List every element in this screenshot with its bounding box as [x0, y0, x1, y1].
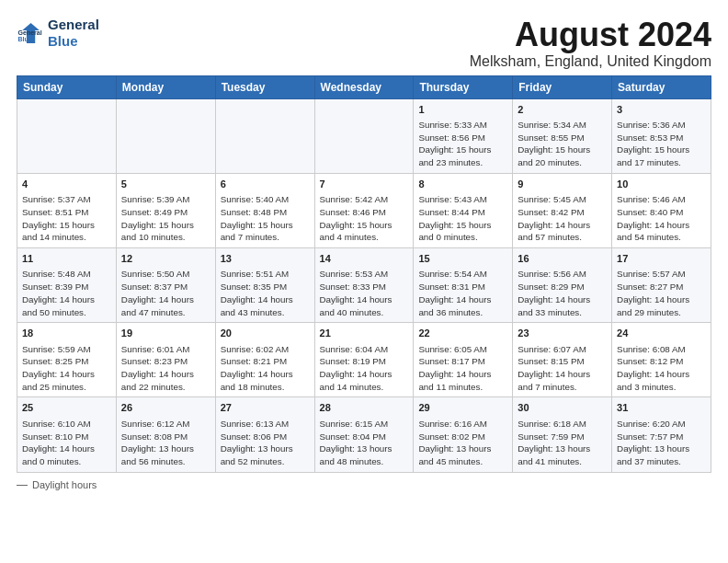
- day-number: 2: [518, 103, 607, 117]
- title-area: August 2024 Melksham, England, United Ki…: [470, 17, 711, 70]
- cell-content: Sunrise: 6:12 AMSunset: 8:08 PMDaylight:…: [121, 418, 210, 468]
- logo: General Blue General Blue: [17, 17, 99, 50]
- cell-content: Sunrise: 5:37 AMSunset: 8:51 PMDaylight:…: [22, 193, 111, 244]
- cell-3-3: 21Sunrise: 6:04 AMSunset: 8:19 PMDayligh…: [314, 323, 414, 397]
- cell-content: Sunrise: 5:50 AMSunset: 8:37 PMDaylight:…: [121, 268, 210, 318]
- cell-1-3: 7Sunrise: 5:42 AMSunset: 8:46 PMDaylight…: [314, 173, 414, 247]
- cell-content: Sunrise: 5:34 AMSunset: 8:55 PMDaylight:…: [518, 119, 607, 169]
- cell-content: Sunrise: 5:53 AMSunset: 8:33 PMDaylight:…: [320, 268, 409, 318]
- cell-3-4: 22Sunrise: 6:05 AMSunset: 8:17 PMDayligh…: [414, 323, 513, 397]
- cell-content: Sunrise: 5:51 AMSunset: 8:35 PMDaylight:…: [221, 268, 310, 318]
- cell-content: Sunrise: 5:57 AMSunset: 8:27 PMDaylight:…: [617, 268, 706, 318]
- cell-content: Sunrise: 6:18 AMSunset: 7:59 PMDaylight:…: [518, 418, 607, 468]
- day-number: 15: [418, 252, 507, 266]
- cell-0-5: 2Sunrise: 5:34 AMSunset: 8:55 PMDaylight…: [513, 98, 612, 173]
- cell-content: Sunrise: 6:05 AMSunset: 8:17 PMDaylight:…: [418, 343, 507, 394]
- cell-1-5: 9Sunrise: 5:45 AMSunset: 8:42 PMDaylight…: [513, 173, 612, 247]
- day-number: 24: [617, 327, 706, 340]
- logo-text-block: General Blue: [48, 17, 99, 50]
- cell-4-0: 25Sunrise: 6:10 AMSunset: 8:10 PMDayligh…: [17, 397, 117, 472]
- cell-4-3: 28Sunrise: 6:15 AMSunset: 8:04 PMDayligh…: [314, 397, 414, 472]
- col-wednesday: Wednesday: [314, 75, 414, 98]
- cell-4-4: 29Sunrise: 6:16 AMSunset: 8:02 PMDayligh…: [414, 397, 513, 472]
- cell-content: Sunrise: 6:20 AMSunset: 7:57 PMDaylight:…: [617, 418, 706, 468]
- calendar-table: Sunday Monday Tuesday Wednesday Thursday…: [17, 75, 711, 473]
- main-title: August 2024: [470, 17, 711, 53]
- week-row-2: 11Sunrise: 5:48 AMSunset: 8:39 PMDayligh…: [17, 248, 711, 323]
- day-number: 28: [320, 401, 409, 415]
- day-number: 13: [221, 252, 310, 266]
- day-number: 5: [121, 178, 210, 191]
- subtitle: Melksham, England, United Kingdom: [470, 53, 711, 70]
- cell-1-1: 5Sunrise: 5:39 AMSunset: 8:49 PMDaylight…: [116, 173, 215, 247]
- week-row-1: 4Sunrise: 5:37 AMSunset: 8:51 PMDaylight…: [17, 173, 711, 247]
- day-number: 30: [518, 401, 607, 415]
- cell-2-1: 12Sunrise: 5:50 AMSunset: 8:37 PMDayligh…: [116, 248, 215, 323]
- cell-3-1: 19Sunrise: 6:01 AMSunset: 8:23 PMDayligh…: [116, 323, 215, 397]
- day-number: 12: [121, 252, 210, 266]
- day-number: 21: [320, 327, 409, 340]
- cell-4-1: 26Sunrise: 6:12 AMSunset: 8:08 PMDayligh…: [116, 397, 215, 472]
- cell-3-0: 18Sunrise: 5:59 AMSunset: 8:25 PMDayligh…: [17, 323, 117, 397]
- cell-content: Sunrise: 5:36 AMSunset: 8:53 PMDaylight:…: [617, 119, 706, 169]
- col-friday: Friday: [513, 75, 612, 98]
- col-saturday: Saturday: [612, 75, 711, 98]
- cell-0-1: [116, 98, 215, 173]
- cell-content: Sunrise: 5:56 AMSunset: 8:29 PMDaylight:…: [518, 268, 607, 318]
- day-number: 8: [418, 178, 507, 191]
- day-number: 7: [320, 178, 409, 191]
- cell-3-6: 24Sunrise: 6:08 AMSunset: 8:12 PMDayligh…: [612, 323, 711, 397]
- cell-content: Sunrise: 6:16 AMSunset: 8:02 PMDaylight:…: [418, 418, 507, 468]
- cell-2-6: 17Sunrise: 5:57 AMSunset: 8:27 PMDayligh…: [612, 248, 711, 323]
- cell-1-2: 6Sunrise: 5:40 AMSunset: 8:48 PMDaylight…: [215, 173, 314, 247]
- cell-4-2: 27Sunrise: 6:13 AMSunset: 8:06 PMDayligh…: [215, 397, 314, 472]
- calendar-body: 1Sunrise: 5:33 AMSunset: 8:56 PMDaylight…: [17, 98, 711, 472]
- cell-1-4: 8Sunrise: 5:43 AMSunset: 8:44 PMDaylight…: [414, 173, 513, 247]
- legend-daylight: — Daylight hours: [17, 478, 97, 491]
- cell-content: Sunrise: 6:10 AMSunset: 8:10 PMDaylight:…: [22, 418, 111, 468]
- day-number: 31: [617, 401, 706, 415]
- svg-text:General: General: [18, 29, 42, 36]
- cell-content: Sunrise: 5:45 AMSunset: 8:42 PMDaylight:…: [518, 193, 607, 244]
- day-number: 19: [121, 327, 210, 340]
- cell-0-0: [17, 98, 117, 173]
- col-monday: Monday: [116, 75, 215, 98]
- col-thursday: Thursday: [414, 75, 513, 98]
- cell-2-5: 16Sunrise: 5:56 AMSunset: 8:29 PMDayligh…: [513, 248, 612, 323]
- day-number: 6: [221, 178, 310, 191]
- col-tuesday: Tuesday: [215, 75, 314, 98]
- legend-dash: —: [17, 478, 28, 491]
- svg-text:Blue: Blue: [18, 36, 32, 42]
- cell-0-3: [314, 98, 414, 173]
- cell-3-2: 20Sunrise: 6:02 AMSunset: 8:21 PMDayligh…: [215, 323, 314, 397]
- day-number: 18: [22, 327, 111, 340]
- day-number: 25: [22, 401, 111, 415]
- week-row-0: 1Sunrise: 5:33 AMSunset: 8:56 PMDaylight…: [17, 98, 711, 173]
- day-number: 16: [518, 252, 607, 266]
- day-number: 27: [221, 401, 310, 415]
- day-number: 29: [418, 401, 507, 415]
- cell-2-3: 14Sunrise: 5:53 AMSunset: 8:33 PMDayligh…: [314, 248, 414, 323]
- cell-0-4: 1Sunrise: 5:33 AMSunset: 8:56 PMDaylight…: [414, 98, 513, 173]
- legend-daylight-label: Daylight hours: [32, 479, 97, 490]
- cell-content: Sunrise: 5:39 AMSunset: 8:49 PMDaylight:…: [121, 193, 210, 244]
- day-number: 22: [418, 327, 507, 340]
- day-number: 9: [518, 178, 607, 191]
- cell-content: Sunrise: 5:33 AMSunset: 8:56 PMDaylight:…: [418, 119, 507, 169]
- cell-content: Sunrise: 6:13 AMSunset: 8:06 PMDaylight:…: [221, 418, 310, 468]
- cell-content: Sunrise: 5:54 AMSunset: 8:31 PMDaylight:…: [418, 268, 507, 318]
- day-number: 1: [418, 103, 507, 117]
- day-number: 3: [617, 103, 706, 117]
- cell-content: Sunrise: 6:15 AMSunset: 8:04 PMDaylight:…: [320, 418, 409, 468]
- week-row-3: 18Sunrise: 5:59 AMSunset: 8:25 PMDayligh…: [17, 323, 711, 397]
- header: General Blue General Blue August 2024 Me…: [17, 17, 711, 70]
- cell-content: Sunrise: 5:48 AMSunset: 8:39 PMDaylight:…: [22, 268, 111, 318]
- cell-0-6: 3Sunrise: 5:36 AMSunset: 8:53 PMDaylight…: [612, 98, 711, 173]
- day-number: 14: [320, 252, 409, 266]
- day-number: 10: [617, 178, 706, 191]
- cell-2-4: 15Sunrise: 5:54 AMSunset: 8:31 PMDayligh…: [414, 248, 513, 323]
- page: General Blue General Blue August 2024 Me…: [0, 0, 728, 500]
- cell-2-0: 11Sunrise: 5:48 AMSunset: 8:39 PMDayligh…: [17, 248, 117, 323]
- cell-content: Sunrise: 5:46 AMSunset: 8:40 PMDaylight:…: [617, 193, 706, 244]
- cell-4-6: 31Sunrise: 6:20 AMSunset: 7:57 PMDayligh…: [612, 397, 711, 472]
